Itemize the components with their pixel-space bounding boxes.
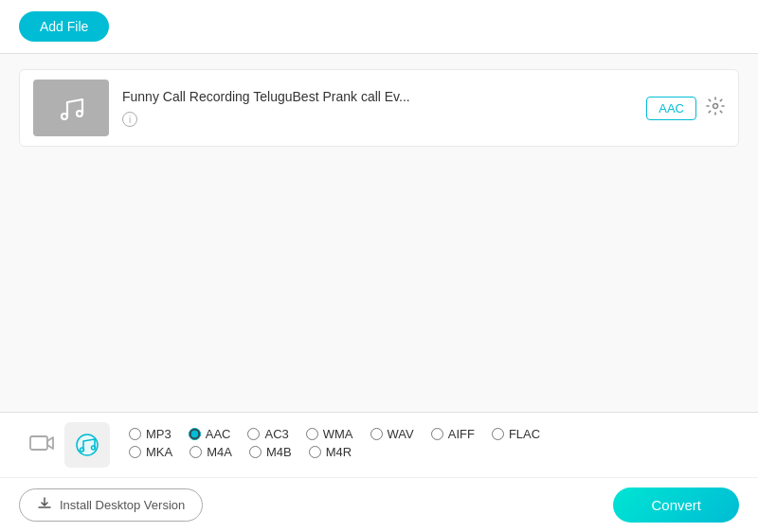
format-selector: MP3 AAC AC3 WMA WAV AIFF F — [0, 413, 758, 478]
top-bar: Add File — [0, 0, 758, 54]
format-ac3[interactable]: AC3 — [247, 427, 288, 441]
format-m4a[interactable]: M4A — [190, 445, 232, 459]
file-info: Funny Call Recording TeluguBest Prank ca… — [122, 89, 633, 128]
file-item: Funny Call Recording TeluguBest Prank ca… — [19, 69, 739, 147]
svg-point-1 — [77, 111, 82, 116]
format-radio-group: MP3 AAC AC3 WMA WAV AIFF F — [129, 427, 557, 463]
content-area: Funny Call Recording TeluguBest Prank ca… — [0, 54, 758, 412]
format-tabs — [19, 422, 110, 468]
svg-point-0 — [62, 114, 67, 119]
format-m4b[interactable]: M4B — [249, 445, 292, 459]
info-icon[interactable]: i — [122, 112, 137, 127]
bottom-actions: Install Desktop Version Convert — [0, 478, 758, 532]
file-actions: AAC — [646, 97, 725, 120]
svg-point-2 — [713, 103, 718, 108]
install-desktop-button[interactable]: Install Desktop Version — [19, 488, 203, 522]
audio-format-tab[interactable] — [64, 422, 110, 468]
svg-rect-3 — [30, 436, 47, 450]
add-file-button[interactable]: Add File — [19, 11, 109, 42]
format-mka[interactable]: MKA — [129, 445, 172, 459]
format-mp3[interactable]: MP3 — [129, 427, 171, 441]
install-label: Install Desktop Version — [60, 498, 185, 512]
format-aiff[interactable]: AIFF — [431, 427, 475, 441]
format-wma[interactable]: WMA — [306, 427, 353, 441]
download-icon — [37, 496, 52, 514]
format-row-2: MKA M4A M4B M4R — [129, 445, 557, 463]
file-thumbnail — [33, 80, 109, 136]
format-m4r[interactable]: M4R — [309, 445, 352, 459]
format-wav[interactable]: WAV — [370, 427, 414, 441]
format-badge-button[interactable]: AAC — [646, 97, 696, 120]
convert-button[interactable]: Convert — [613, 488, 739, 523]
bottom-panel: MP3 AAC AC3 WMA WAV AIFF F — [0, 412, 758, 532]
format-aac[interactable]: AAC — [189, 427, 231, 441]
video-format-tab[interactable] — [19, 422, 64, 468]
format-row-1: MP3 AAC AC3 WMA WAV AIFF F — [129, 427, 557, 445]
format-flac[interactable]: FLAC — [492, 427, 540, 441]
music-icon — [54, 91, 88, 125]
file-name: Funny Call Recording TeluguBest Prank ca… — [122, 89, 633, 104]
settings-icon[interactable] — [706, 97, 725, 120]
